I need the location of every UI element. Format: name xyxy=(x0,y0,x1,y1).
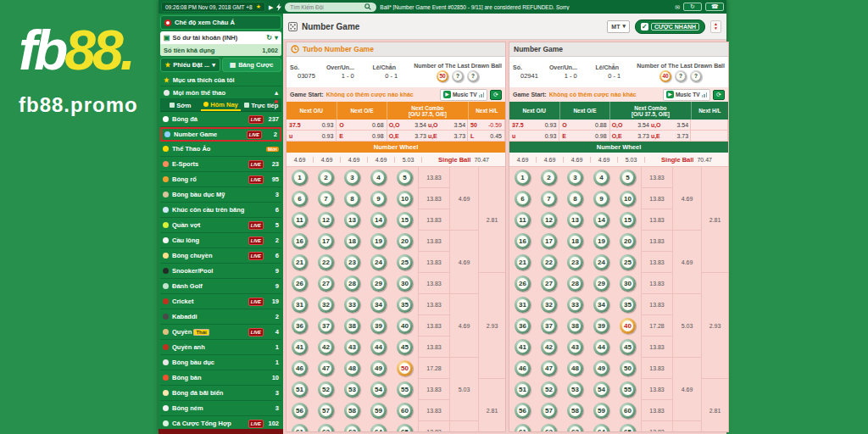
ball-cell[interactable]: 16 xyxy=(509,231,536,252)
ball-48[interactable]: 48 xyxy=(567,360,583,376)
row-odds-cell[interactable]: 13.83 xyxy=(642,421,672,432)
ball-6[interactable]: 6 xyxy=(515,191,531,207)
mail-icon[interactable]: ✉ xyxy=(675,4,680,10)
ball-17[interactable]: 17 xyxy=(541,233,557,249)
ball-63[interactable]: 63 xyxy=(567,424,583,432)
row-odds-cell[interactable]: 13.83 xyxy=(419,315,449,337)
ball-64[interactable]: 64 xyxy=(370,424,387,432)
ball-34[interactable]: 34 xyxy=(370,297,387,313)
ball-cell[interactable]: 52 xyxy=(313,379,339,400)
ball-cell[interactable]: 25 xyxy=(392,252,418,273)
ball-25[interactable]: 25 xyxy=(620,254,636,270)
tv-refresh-button[interactable]: ⟳ xyxy=(490,90,502,100)
favorites-item[interactable]: ★ Mục ưa thích của tôi xyxy=(160,74,281,86)
ball-cell[interactable]: 64 xyxy=(588,421,615,432)
ball-54[interactable]: 54 xyxy=(593,381,609,398)
bet-board-button[interactable]: ▤ Bảng Cược xyxy=(222,58,282,72)
ball-cell[interactable]: 16 xyxy=(287,231,313,252)
ball-cell[interactable]: 44 xyxy=(365,337,392,358)
ball-10[interactable]: 10 xyxy=(397,191,413,207)
ball-cell[interactable]: 38 xyxy=(562,315,588,337)
group3-odds-cell[interactable] xyxy=(450,421,478,432)
single-ball-odds[interactable]: Single Ball70.47 xyxy=(422,156,505,164)
row-odds-cell[interactable]: 13.83 xyxy=(419,188,449,209)
ball-cell[interactable]: 62 xyxy=(536,421,562,432)
tv-refresh-button[interactable]: ⟳ xyxy=(713,90,725,100)
odds-combo-pair-2[interactable]: u,O3.54 xyxy=(651,122,688,128)
ball-cell[interactable]: 2 xyxy=(536,167,562,188)
row-odds-cell[interactable]: 13.83 xyxy=(419,294,449,315)
ball-4[interactable]: 4 xyxy=(370,170,387,186)
ball-20[interactable]: 20 xyxy=(620,233,636,249)
ball-45[interactable]: 45 xyxy=(397,339,413,355)
ball-13[interactable]: 13 xyxy=(344,212,360,228)
hidden-ball[interactable]: ? xyxy=(690,70,702,82)
group3-odds-cell[interactable]: 5.03 xyxy=(450,358,478,421)
ball-cell[interactable]: 21 xyxy=(287,252,313,273)
ball-cell[interactable]: 28 xyxy=(339,273,365,294)
row-odds-cell[interactable]: 13.83 xyxy=(419,400,449,421)
ball-31[interactable]: 31 xyxy=(515,297,531,313)
ball-cell[interactable]: 25 xyxy=(615,252,641,273)
ball-53[interactable]: 53 xyxy=(344,381,360,398)
ball-cell[interactable]: 24 xyxy=(365,252,392,273)
ball-26[interactable]: 26 xyxy=(292,275,308,292)
ball-61[interactable]: 61 xyxy=(292,424,308,432)
ball-4[interactable]: 4 xyxy=(593,170,609,186)
ball-cell[interactable]: 9 xyxy=(365,188,392,209)
row-odds-cell[interactable]: 13.83 xyxy=(642,273,672,294)
ball-3[interactable]: 3 xyxy=(567,170,583,186)
ball-cell[interactable]: 29 xyxy=(588,273,615,294)
ball-cell[interactable]: 50 xyxy=(392,358,418,379)
ball-58[interactable]: 58 xyxy=(567,403,583,419)
odds-ou[interactable]: 37.50.93 xyxy=(509,120,559,130)
ball-22[interactable]: 22 xyxy=(541,254,557,270)
ball-40[interactable]: 40 xyxy=(620,318,636,334)
ball-cell[interactable]: 37 xyxy=(536,315,562,337)
ball-32[interactable]: 32 xyxy=(318,297,334,313)
ball-5[interactable]: 5 xyxy=(397,170,413,186)
search-box[interactable] xyxy=(285,3,376,12)
group3-odds-cell[interactable]: 4.69 xyxy=(450,167,478,231)
ball-33[interactable]: 33 xyxy=(567,297,583,313)
group3-odds-cell[interactable]: 5.03 xyxy=(673,294,701,358)
ball-cell[interactable]: 65 xyxy=(615,421,641,432)
sidebar-item-golf[interactable]: Đánh Golf9 xyxy=(160,279,281,294)
ball-3[interactable]: 3 xyxy=(344,170,360,186)
ball-60[interactable]: 60 xyxy=(620,403,636,419)
ball-30[interactable]: 30 xyxy=(397,275,413,292)
ball-cell[interactable]: 38 xyxy=(339,315,365,337)
ball-cell[interactable]: 48 xyxy=(339,358,365,379)
row-odds-cell[interactable]: 13.83 xyxy=(419,421,449,432)
ball-45[interactable]: 45 xyxy=(620,339,636,355)
ball-62[interactable]: 62 xyxy=(318,424,334,432)
ball-cell[interactable]: 7 xyxy=(536,188,562,209)
column-odds-4[interactable]: 4.69 xyxy=(368,157,395,163)
ball-55[interactable]: 55 xyxy=(397,381,413,398)
row-odds-cell[interactable]: 17.28 xyxy=(419,358,449,379)
ball-cell[interactable]: 53 xyxy=(339,379,365,400)
ball-10[interactable]: 10 xyxy=(620,191,636,207)
ball-cell[interactable]: 37 xyxy=(313,315,339,337)
ball-64[interactable]: 64 xyxy=(593,424,609,432)
ball-16[interactable]: 16 xyxy=(515,233,531,249)
ball-cell[interactable]: 30 xyxy=(392,273,418,294)
ball-34[interactable]: 34 xyxy=(593,297,609,313)
odds-combo-pair-1[interactable]: O,O3.54 xyxy=(612,122,649,128)
view-mode-button[interactable]: Chế độ xem Châu Á xyxy=(160,15,281,30)
ball-35[interactable]: 35 xyxy=(620,297,636,313)
ball-62[interactable]: 62 xyxy=(541,424,557,432)
column-odds-2[interactable]: 4.69 xyxy=(314,157,341,163)
ball-13[interactable]: 13 xyxy=(567,212,583,228)
group3-odds-cell[interactable]: 4.69 xyxy=(673,231,701,294)
sidebar-item-ice-hockey[interactable]: Khúc côn cầu trên băng6 xyxy=(160,203,281,218)
ball-cell[interactable]: 46 xyxy=(509,358,536,379)
music-tv-button[interactable]: ▶Music TV xyxy=(663,89,710,101)
ball-57[interactable]: 57 xyxy=(318,403,334,419)
mt-select[interactable]: MT ▾ xyxy=(607,20,630,33)
ball-65[interactable]: 65 xyxy=(620,424,636,432)
odds-combo-pair-1[interactable]: O,E3.73 xyxy=(612,133,649,139)
sidebar-item-snooker[interactable]: Snooker/Pool9 xyxy=(160,264,281,279)
sidebar-item-beach-soccer[interactable]: Bóng đá bãi biển3 xyxy=(160,386,281,401)
group3-odds-cell[interactable]: 4.69 xyxy=(673,358,701,421)
